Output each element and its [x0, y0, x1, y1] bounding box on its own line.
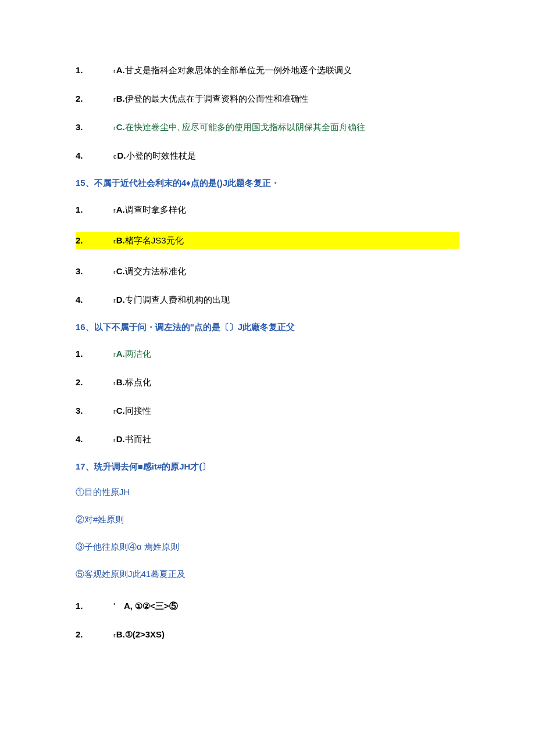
- q14-options-block: 1. r A. 甘攴是指科企对象思体的全部单位无一例外地逐个选联调义 2. r …: [76, 64, 459, 162]
- option-number: 4.: [76, 433, 113, 445]
- q14-option-3: 3. r C. 在快逹卷尘中, 应尽可能多的使用国戈指标以阴保其全面舟确往: [76, 121, 459, 133]
- q16-option-2: 2. r B. 标点化: [76, 376, 459, 388]
- option-number: 4.: [76, 149, 113, 162]
- option-prefix: r: [113, 296, 116, 305]
- option-letter: D.: [116, 433, 125, 445]
- option-letter: A.: [116, 64, 125, 76]
- option-text: 调交方法标准化: [125, 265, 186, 277]
- option-letter: A.: [116, 203, 125, 216]
- document-page: 1. r A. 甘攴是指科企对象思体的全部单位无一例外地逐个选联调义 2. r …: [0, 0, 535, 703]
- option-number: 1.: [76, 64, 113, 76]
- option-number: 3.: [76, 265, 113, 277]
- q17-options-block: 1. ' A, ①②<三>⑤ 2. r B. ①(2>3XS): [76, 600, 459, 640]
- option-number: 3.: [76, 121, 113, 133]
- option-letter: C.: [116, 404, 125, 417]
- q15-option-2-highlighted: 2. r B. 楮字名JS3元化: [76, 232, 459, 249]
- q15-head: 15、不属于近代社会利末的4♦点的是()J此题冬复正・: [76, 178, 459, 189]
- option-prefix: r: [113, 268, 116, 277]
- option-number: 1.: [76, 600, 113, 612]
- option-letter: A.: [116, 347, 125, 360]
- q15-options-block: 1. r A. 调查时拿多样化 2. r B. 楮字名JS3元化 3. r C.…: [76, 203, 459, 306]
- q17-head: 17、珗升调去何■感it#的原JH才(〕: [76, 461, 459, 472]
- option-prefix: c: [113, 152, 117, 161]
- option-text: ①(2>3XS): [125, 628, 165, 640]
- option-text: 标点化: [125, 376, 151, 388]
- option-text: 调查时拿多样化: [125, 203, 186, 216]
- option-number: 2.: [76, 376, 113, 388]
- option-number: 2.: [76, 234, 113, 246]
- q17-sub-2: ②对#姓原则: [76, 514, 459, 525]
- option-text: 伊登的最大优点在于调查资料的公而性和准确性: [125, 92, 308, 105]
- option-prefix: r: [113, 407, 116, 416]
- option-number: 2.: [76, 92, 113, 105]
- option-text: 书而社: [125, 433, 151, 445]
- q14-option-1: 1. r A. 甘攴是指科企对象思体的全部单位无一例外地逐个选联调义: [76, 64, 459, 76]
- q17-sub-3: ③子他往原则④α 焉姓原则: [76, 542, 459, 553]
- option-letter: C.: [116, 121, 125, 133]
- option-letter: B.: [116, 92, 125, 105]
- q14-option-2: 2. r B. 伊登的最大优点在于调查资料的公而性和准确性: [76, 92, 459, 105]
- q16-head: 16、以下不属于问・调左法的"点的是〔〕J此廠冬复正父: [76, 322, 459, 333]
- option-text: 在快逹卷尘中, 应尽可能多的使用国戈指标以阴保其全面舟确往: [125, 121, 365, 133]
- option-prefix: r: [113, 237, 116, 246]
- option-text: 两洁化: [125, 347, 151, 360]
- option-prefix: r: [113, 631, 116, 640]
- q17-option-1: 1. ' A, ①②<三>⑤: [76, 600, 459, 612]
- option-text: 楮字名JS3元化: [125, 234, 184, 246]
- option-number: 4.: [76, 293, 113, 306]
- option-text: 小登的时效性杖是: [126, 149, 196, 162]
- option-text: 甘攴是指科企对象思体的全部单位无一例外地逐个选联调义: [125, 64, 352, 76]
- option-letter: B.: [116, 234, 125, 246]
- option-prefix: r: [113, 379, 116, 388]
- option-letter: D.: [117, 149, 126, 162]
- option-prefix: r: [113, 67, 116, 76]
- option-text: 冋接性: [125, 404, 151, 417]
- option-prefix: r: [113, 206, 116, 215]
- option-number: 1.: [76, 347, 113, 360]
- q15-option-1: 1. r A. 调查时拿多样化: [76, 203, 459, 216]
- option-number: 1.: [76, 203, 113, 216]
- option-number: 2.: [76, 628, 113, 640]
- option-letter: A,: [124, 601, 133, 611]
- option-letter: B.: [116, 628, 125, 640]
- q15-option-3: 3. r C. 调交方法标准化: [76, 265, 459, 277]
- q17-option-2: 2. r B. ①(2>3XS): [76, 628, 459, 640]
- option-prefix: ': [113, 600, 115, 612]
- q16-option-4: 4. r D. 书而社: [76, 433, 459, 445]
- q17-sub-4: ⑤客观姓原则J此41蓦夏正及: [76, 569, 459, 580]
- option-text: 专门调查人费和机构的出现: [125, 293, 230, 306]
- option-prefix: r: [113, 124, 116, 132]
- option-prefix: r: [113, 436, 116, 445]
- option-letter: D.: [116, 293, 125, 306]
- option-prefix: r: [113, 350, 116, 359]
- q15-option-4: 4. r D. 专门调查人费和机构的出现: [76, 293, 459, 306]
- option-text: ①②<三>⑤: [135, 601, 178, 611]
- option-letter: B.: [116, 376, 125, 388]
- q14-option-4: 4. c D. 小登的时效性杖是: [76, 149, 459, 162]
- option-letter: C.: [116, 265, 125, 277]
- q17-sub-1: ①目的性原JH: [76, 487, 459, 498]
- q16-option-3: 3. r C. 冋接性: [76, 404, 459, 417]
- option-number: 3.: [76, 404, 113, 417]
- option-prefix: r: [113, 95, 116, 104]
- q16-options-block: 1. r A. 两洁化 2. r B. 标点化 3. r C. 冋接性 4.: [76, 347, 459, 445]
- q16-option-1: 1. r A. 两洁化: [76, 347, 459, 360]
